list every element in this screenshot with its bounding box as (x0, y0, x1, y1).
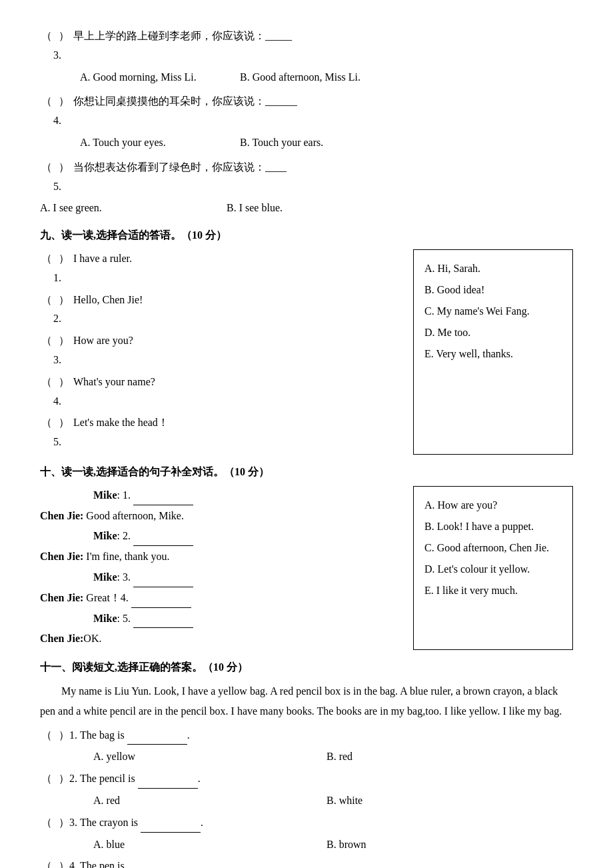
sec9-q4: （ ）4. What's your name? (40, 373, 400, 411)
dialogue-mike-1: Mike: 1. (93, 486, 400, 505)
dialogue-chenjie-2: Chen Jie: I'm fine, thank you. (40, 547, 400, 567)
sec11-q1-opt-a: A. yellow (93, 747, 326, 767)
q4-option-b: B. Touch your ears. (240, 133, 373, 153)
q3-text: 早上上学的路上碰到李老师，你应该说：_____ (73, 27, 573, 46)
q4-paren: （ (40, 92, 53, 111)
sec9-questions: （ ）1. I have a ruler. （ ）2. Hello, Chen … (40, 249, 400, 455)
q5-num: ）5. (53, 158, 73, 197)
sec11-q4: （ ）4. The pen is. (40, 857, 573, 868)
dialogue-mike-3: Mike: 3. (93, 568, 400, 587)
q3-num: ）3. (53, 27, 73, 65)
sec11-q2-options: A. red B. white (93, 791, 573, 811)
sec11-title: 十一、阅读短文,选择正确的答案。（10 分） (40, 658, 573, 677)
q5-text: 当你想表达你看到了绿色时，你应该说：____ (73, 158, 573, 177)
q5-option-a: A. I see green. (40, 199, 173, 218)
sec10-answers-box: A. How are you? B. Look! I have a puppet… (413, 486, 573, 650)
q3-paren: （ (40, 27, 53, 46)
sec11-q2-opt-a: A. red (93, 791, 326, 811)
sec9-answers-box: A. Hi, Sarah. B. Good idea! C. My name's… (413, 249, 573, 455)
sec9-q2: （ ）2. Hello, Chen Jie! (40, 291, 400, 329)
sec11-q3: （ ）3. The crayon is . (40, 813, 573, 833)
q5-paren: （ (40, 158, 53, 177)
sec9-ans-e: E. Very well, thanks. (424, 343, 562, 365)
sec11-q3-options: A. blue B. brown (93, 835, 573, 855)
dialogue-chenjie-4: Chen Jie:OK. (40, 629, 400, 649)
dialogue-mike-4: Mike: 5. (93, 609, 400, 629)
sec9-ans-d: D. Me too. (424, 322, 562, 343)
sec11-q1-opt-b: B. red (326, 747, 560, 767)
sec11-q1: （ ）1. The bag is . (40, 726, 573, 745)
q4-num: ）4. (53, 92, 73, 131)
sec10-title: 十、读一读,选择适合的句子补全对话。（10 分） (40, 463, 573, 482)
q4-text: 你想让同桌摸摸他的耳朵时，你应该说：______ (73, 92, 573, 111)
sec10-ans-d: D. Let's colour it yellow. (424, 559, 562, 580)
sec10-ans-e: E. I like it very much. (424, 580, 562, 601)
sec9-ans-b: B. Good idea! (424, 279, 562, 301)
sec9-ans-c: C. My name's Wei Fang. (424, 301, 562, 322)
sec11-q2: （ ）2. The pencil is . (40, 769, 573, 789)
sec9-q5: （ ）5. Let's make the head！ (40, 413, 400, 452)
sec9-q3: （ ）3. How are you? (40, 331, 400, 370)
q3-option-b: B. Good afternoon, Miss Li. (240, 68, 373, 87)
sec10-ans-a: A. How are you? (424, 495, 562, 516)
sec9-ans-a: A. Hi, Sarah. (424, 258, 562, 279)
dialogue-chenjie-3: Chen Jie: Great！4. (40, 589, 400, 608)
dialogue-mike-2: Mike: 2. (93, 527, 400, 546)
sec9-title: 九、读一读,选择合适的答语。（10 分） (40, 226, 573, 245)
sec10-ans-c: C. Good afternoon, Chen Jie. (424, 537, 562, 559)
question-5: （ ）5. 当你想表达你看到了绿色时，你应该说：____ A. I see gr… (40, 158, 573, 218)
sec11-q3-opt-b: B. brown (326, 835, 560, 855)
section-10: 十、读一读,选择适合的句子补全对话。（10 分） Mike: 1. Chen J… (40, 463, 573, 650)
section-11: 十一、阅读短文,选择正确的答案。（10 分） My name is Liu Yu… (40, 658, 573, 868)
sec11-q2-opt-b: B. white (326, 791, 560, 811)
sec9-q1: （ ）1. I have a ruler. (40, 249, 400, 288)
q3-option-a: A. Good morning, Miss Li. (80, 68, 213, 87)
q5-option-b: B. I see blue. (227, 199, 360, 218)
sec10-ans-b: B. Look! I have a puppet. (424, 516, 562, 537)
dialogue-chenjie-1: Chen Jie: Good afternoon, Mike. (40, 507, 400, 526)
sec10-dialogue: Mike: 1. Chen Jie: Good afternoon, Mike.… (40, 486, 400, 650)
sec11-passage: My name is Liu Yun. Look, I have a yello… (40, 681, 573, 722)
question-3: （ ）3. 早上上学的路上碰到李老师，你应该说：_____ A. Good mo… (40, 27, 573, 87)
sec11-q1-options: A. yellow B. red (93, 747, 573, 767)
sec11-q3-opt-a: A. blue (93, 835, 326, 855)
section-9: 九、读一读,选择合适的答语。（10 分） （ ）1. I have a rule… (40, 226, 573, 455)
q4-option-a: A. Touch your eyes. (80, 133, 213, 153)
question-4: （ ）4. 你想让同桌摸摸他的耳朵时，你应该说：______ A. Touch … (40, 92, 573, 152)
